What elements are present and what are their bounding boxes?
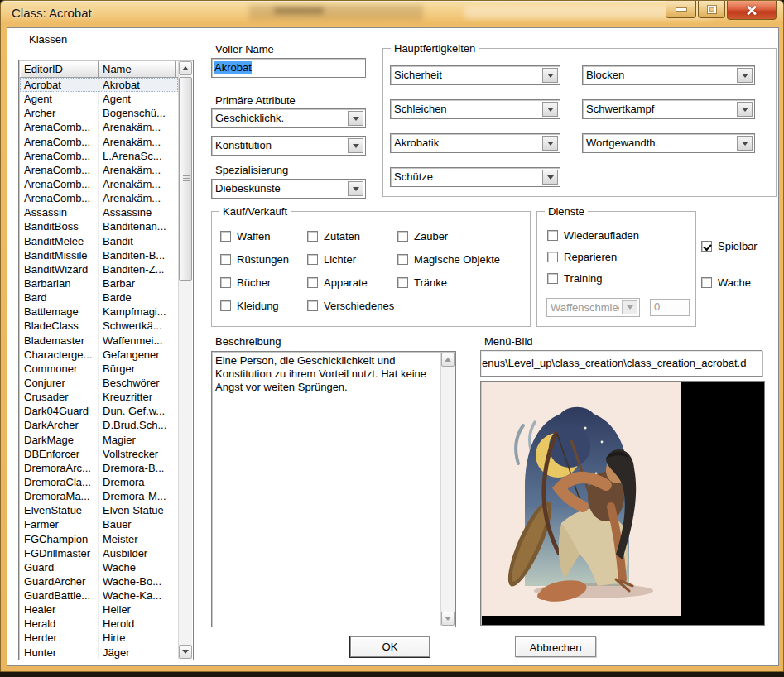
checkbox[interactable] xyxy=(547,230,558,241)
class-row[interactable]: DremoraCla... Dremora xyxy=(20,475,178,489)
dropdown-button[interactable] xyxy=(348,138,363,153)
checkbox[interactable] xyxy=(397,231,408,242)
dropdown-button[interactable] xyxy=(348,111,363,126)
checkbox[interactable] xyxy=(220,300,231,311)
class-row[interactable]: DarkMage Magier xyxy=(20,433,178,447)
class-preview-frame[interactable] xyxy=(480,381,765,626)
buy-sell-option[interactable]: Lichter xyxy=(307,253,356,266)
buy-sell-option[interactable]: Tränke xyxy=(397,276,447,289)
buy-sell-option[interactable]: Waffen xyxy=(220,230,270,242)
checkbox[interactable] xyxy=(307,277,318,288)
skill-dropdown[interactable]: Schwertkampf xyxy=(582,99,755,119)
buy-sell-option[interactable]: Kleidung xyxy=(220,300,279,312)
class-row[interactable]: FGChampion Meister xyxy=(20,532,178,546)
class-row[interactable]: ArenaComb... Arenakäm... xyxy=(20,135,178,149)
dropdown-button[interactable] xyxy=(542,136,558,151)
checkbox[interactable] xyxy=(307,300,318,311)
description-scrollbar[interactable] xyxy=(440,353,455,626)
class-row[interactable]: ArenaComb... L.ArenaSc... xyxy=(20,149,178,163)
class-row[interactable]: Crusader Kreuzritter xyxy=(20,390,178,404)
checkbox[interactable] xyxy=(397,254,408,265)
scroll-up-button[interactable] xyxy=(441,353,455,367)
dropdown-button[interactable] xyxy=(542,170,558,185)
class-row[interactable]: BanditMissile Banditen-B... xyxy=(20,248,178,262)
class-row[interactable]: GuardBattle... Wache-Ka... xyxy=(20,588,178,603)
buy-sell-option[interactable]: Rüstungen xyxy=(220,253,289,266)
guard-option[interactable]: Wache xyxy=(701,276,751,289)
primary-attribute-2-dropdown[interactable]: Konstitution xyxy=(211,136,366,156)
column-header-editorid[interactable]: EditorID xyxy=(20,61,99,78)
class-row[interactable]: Herald Herold xyxy=(20,617,178,631)
class-row[interactable]: Characterge... Gefangener xyxy=(20,348,178,362)
checkbox[interactable] xyxy=(220,254,231,265)
class-row[interactable]: Bard Barde xyxy=(20,290,178,305)
ok-button[interactable]: OK xyxy=(349,636,430,658)
description-textarea[interactable]: Eine Person, die Geschicklichkeit und Ko… xyxy=(211,351,456,627)
checkbox[interactable] xyxy=(397,277,408,288)
buy-sell-option[interactable]: Zutaten xyxy=(307,230,360,242)
class-row[interactable]: Hunter Jäger xyxy=(20,646,178,659)
guard-checkbox[interactable] xyxy=(701,277,712,288)
class-row[interactable]: Herder Hirte xyxy=(20,631,178,645)
service-option[interactable]: Training xyxy=(547,272,602,285)
class-row[interactable]: DarkArcher D.Brud.Sch... xyxy=(20,418,178,432)
class-row[interactable]: DremoraMa... Dremora-M... xyxy=(20,489,178,503)
skill-dropdown[interactable]: Sicherheit xyxy=(390,65,560,85)
class-row[interactable]: Conjurer Beschwörer xyxy=(20,376,178,390)
dropdown-button[interactable] xyxy=(542,102,558,117)
class-row[interactable]: DremoraArc... Dremora-B... xyxy=(20,461,178,475)
class-row[interactable]: BladeClass Schwertkä... xyxy=(20,319,178,333)
dropdown-button[interactable] xyxy=(737,102,753,117)
class-row[interactable]: Battlemage Kampfmagi... xyxy=(20,305,178,319)
skill-dropdown[interactable]: Wortgewandth. xyxy=(582,133,755,153)
full-name-input[interactable]: Akrobat xyxy=(211,58,366,78)
buy-sell-option[interactable]: Apparate xyxy=(307,276,368,289)
cancel-button[interactable]: Abbrechen xyxy=(515,636,596,657)
maximize-button[interactable] xyxy=(698,1,725,18)
skill-dropdown[interactable]: Akrobatik xyxy=(390,133,560,153)
class-row[interactable]: BanditBoss Banditenan... xyxy=(20,219,178,233)
checkbox[interactable] xyxy=(547,252,558,262)
column-header-name[interactable]: Name xyxy=(99,61,176,78)
buy-sell-option[interactable]: Bücher xyxy=(220,276,271,289)
class-row[interactable]: ArenaComb... Arenakäm... xyxy=(20,191,178,205)
class-row[interactable]: Farmer Bauer xyxy=(20,517,178,531)
class-row[interactable]: BanditWizard Banditen-Z... xyxy=(20,262,178,276)
class-row[interactable]: ArenaComb... Arenakäm... xyxy=(20,120,178,134)
primary-attribute-1-dropdown[interactable]: Geschicklichk. xyxy=(211,108,366,128)
service-option[interactable]: Reparieren xyxy=(547,251,617,263)
checkbox[interactable] xyxy=(220,231,231,242)
skill-dropdown[interactable]: Schleichen xyxy=(390,99,560,119)
class-row[interactable]: Guard Wache xyxy=(20,560,178,574)
checkbox[interactable] xyxy=(547,273,558,284)
close-button[interactable] xyxy=(727,1,777,20)
scroll-up-button[interactable] xyxy=(179,61,192,75)
checkbox[interactable] xyxy=(307,231,318,242)
dropdown-button[interactable] xyxy=(348,181,363,196)
dropdown-button[interactable] xyxy=(737,136,753,151)
class-row[interactable]: ArenaComb... Arenakäm... xyxy=(20,177,178,191)
class-row[interactable]: ArenaComb... Arenakäm... xyxy=(20,163,178,177)
checkbox[interactable] xyxy=(307,254,318,265)
scroll-down-button[interactable] xyxy=(441,612,455,626)
class-row[interactable]: Healer Heiler xyxy=(20,603,178,617)
dropdown-button[interactable] xyxy=(737,68,753,83)
scroll-down-button[interactable] xyxy=(179,645,192,659)
service-option[interactable]: Wiederaufladen xyxy=(547,229,639,242)
dropdown-button[interactable] xyxy=(542,68,558,83)
skill-dropdown[interactable]: Blocken xyxy=(582,65,755,85)
class-row[interactable]: BanditMelee Bandit xyxy=(20,234,178,248)
minimize-button[interactable] xyxy=(666,1,696,18)
checkbox[interactable] xyxy=(220,277,231,288)
class-row[interactable]: Dark04Guard Dun. Gef.w... xyxy=(20,404,178,418)
class-row[interactable]: ElvenStatue Elven Statue xyxy=(20,503,178,517)
class-row[interactable]: GuardArcher Wache-Bo... xyxy=(20,574,178,588)
class-row[interactable]: FGDrillmaster Ausbilder xyxy=(20,546,178,560)
scrollbar-thumb[interactable] xyxy=(179,77,192,281)
class-row[interactable]: Barbarian Barbar xyxy=(20,276,178,290)
class-row[interactable]: Acrobat Akrobat xyxy=(20,78,178,92)
skill-dropdown[interactable]: Schütze xyxy=(390,167,560,187)
class-row[interactable]: Assassin Assassine xyxy=(20,205,178,219)
menu-image-path-button[interactable]: enus\Level_up\class_creation\class_creat… xyxy=(480,350,762,377)
class-row[interactable]: Archer Bogenschü... xyxy=(20,106,178,120)
